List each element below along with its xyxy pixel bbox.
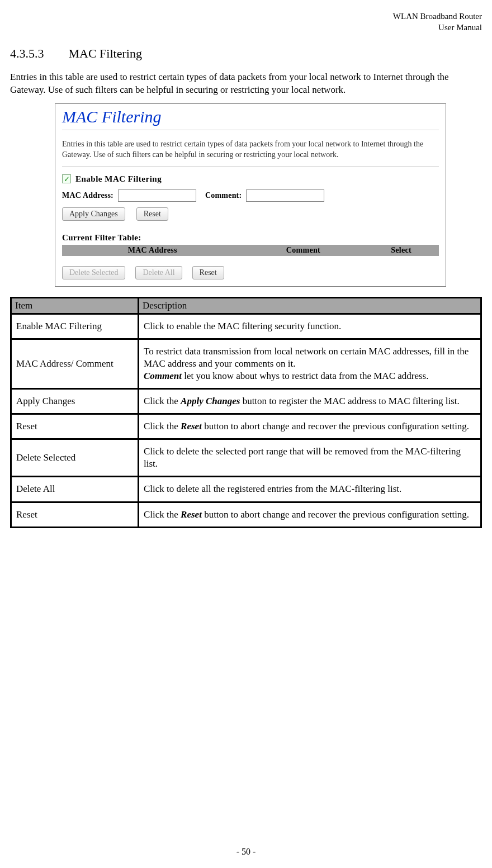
table-row: MAC Address Comment Select xyxy=(62,245,439,256)
table-row: Item Description xyxy=(12,298,480,313)
emphasis: Comment xyxy=(144,371,182,381)
emphasis: Reset xyxy=(181,421,202,431)
delete-all-button[interactable]: Delete All xyxy=(135,266,182,279)
table-row: ResetClick the Reset button to abort cha… xyxy=(12,501,480,527)
description-table: Item Description Enable MAC FilteringCli… xyxy=(10,297,482,528)
comment-input[interactable] xyxy=(246,189,324,202)
reset-button[interactable]: Reset xyxy=(136,207,168,221)
item-cell: Apply Changes xyxy=(12,388,138,413)
emphasis: Reset xyxy=(181,509,202,520)
desc-cell: To restrict data transmission from local… xyxy=(138,338,480,388)
col-comment-header: Comment xyxy=(243,245,364,256)
table-row: ResetClick the Reset button to abort cha… xyxy=(12,413,480,438)
col-select-header: Select xyxy=(363,245,439,256)
item-cell: MAC Address/ Comment xyxy=(12,338,138,388)
table-row: MAC Address/ CommentTo restrict data tra… xyxy=(12,338,480,388)
doc-header: WLAN Broadband Router User Manual xyxy=(10,11,482,33)
section-heading: 4.3.5.3MAC Filtering xyxy=(10,46,482,61)
table-row: Delete AllClick to delete all the regist… xyxy=(12,476,480,501)
item-col-header: Item xyxy=(12,298,138,313)
screenshot-title: MAC Filtering xyxy=(62,107,439,130)
filter-table: MAC Address Comment Select xyxy=(62,245,439,256)
item-cell: Delete All xyxy=(12,476,138,501)
emphasis: Apply Changes xyxy=(181,396,240,406)
desc-col-header: Description xyxy=(138,298,480,313)
desc-cell: Click the Reset button to abort change a… xyxy=(138,501,480,527)
doc-header-line1: WLAN Broadband Router xyxy=(10,11,482,22)
intro-paragraph: Entries in this table are used to restri… xyxy=(10,71,482,97)
col-mac-header: MAC Address xyxy=(62,245,243,256)
item-cell: Reset xyxy=(12,501,138,527)
comment-label: Comment: xyxy=(205,191,242,200)
item-cell: Enable MAC Filtering xyxy=(12,313,138,338)
address-row: MAC Address: Comment: xyxy=(62,189,439,202)
item-cell: Delete Selected xyxy=(12,438,138,476)
section-number: 4.3.5.3 xyxy=(10,46,44,60)
enable-mac-filtering-checkbox[interactable]: ✓ xyxy=(62,174,71,183)
enable-mac-filtering-label: Enable MAC Filtering xyxy=(75,174,162,184)
screenshot-desc: Entries in this table are used to restri… xyxy=(62,139,439,167)
desc-cell: Click the Reset button to abort change a… xyxy=(138,413,480,438)
enable-row: ✓ Enable MAC Filtering xyxy=(62,174,439,184)
desc-cell: Click to delete all the registered entri… xyxy=(138,476,480,501)
delete-selected-button[interactable]: Delete Selected xyxy=(62,266,125,279)
desc-cell: Click to delete the selected port range … xyxy=(138,438,480,476)
apply-changes-button[interactable]: Apply Changes xyxy=(62,207,125,221)
mac-address-label: MAC Address: xyxy=(62,191,113,200)
filter-table-heading: Current Filter Table: xyxy=(62,233,439,243)
table-row: Enable MAC FilteringClick to enable the … xyxy=(12,313,480,338)
section-title: MAC Filtering xyxy=(69,46,142,60)
item-cell: Reset xyxy=(12,413,138,438)
form-buttons-row: Apply Changes Reset xyxy=(62,207,439,221)
desc-cell: Click to enable the MAC filtering securi… xyxy=(138,313,480,338)
table-row: Delete SelectedClick to delete the selec… xyxy=(12,438,480,476)
table-row: Apply ChangesClick the Apply Changes but… xyxy=(12,388,480,413)
reset-table-button[interactable]: Reset xyxy=(192,266,224,279)
desc-cell: Click the Apply Changes button to regist… xyxy=(138,388,480,413)
table-buttons-row: Delete Selected Delete All Reset xyxy=(62,266,439,279)
mac-address-input[interactable] xyxy=(118,189,196,202)
doc-header-line2: User Manual xyxy=(10,22,482,34)
page-number: - 50 - xyxy=(0,847,492,857)
config-screenshot: MAC Filtering Entries in this table are … xyxy=(55,103,446,287)
